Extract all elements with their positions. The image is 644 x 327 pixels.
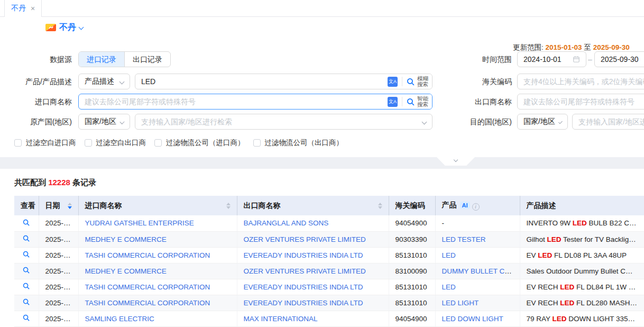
- sort-icon-importer[interactable]: [226, 203, 231, 209]
- checkbox-filter-logistics-importer[interactable]: 过滤物流公司（进口商）: [154, 138, 245, 148]
- origin-select-value: 国家/地区: [85, 117, 116, 126]
- date-to-value[interactable]: [601, 55, 644, 63]
- exporter-link[interactable]: OZER VENTURES PRIVATE LIMITED: [244, 267, 366, 275]
- view-cell: [14, 215, 39, 231]
- product-cell: LED: [435, 279, 520, 295]
- product-cell: LED TESTER: [435, 231, 520, 247]
- col-exporter[interactable]: 出口商名称: [237, 196, 389, 215]
- product-link[interactable]: LED LIGHT: [442, 299, 479, 307]
- product-type-select[interactable]: 产品描述: [78, 74, 130, 89]
- date-cell: 2025-09-29: [39, 263, 78, 279]
- table-row: 2025-09-29 TASHI COMMERCIAL CORPORATION …: [14, 247, 644, 263]
- importer-link[interactable]: YUDRAI GATSHEL ENTERPRISE: [85, 219, 194, 227]
- product-link[interactable]: LED: [442, 251, 456, 259]
- export-records-toggle[interactable]: 出口记录: [124, 52, 170, 67]
- date-from-value[interactable]: [523, 55, 573, 63]
- checkbox[interactable]: [253, 139, 261, 147]
- count-suffix: 条记录: [72, 178, 96, 187]
- panel-gap: [0, 157, 644, 169]
- view-record-icon[interactable]: [22, 234, 30, 242]
- view-record-icon[interactable]: [22, 314, 30, 322]
- ai-badge: AI: [460, 202, 470, 209]
- chevron-down-icon: [454, 158, 458, 162]
- importer-link[interactable]: TASHI COMMERCIAL CORPORATION: [85, 251, 210, 259]
- product-link[interactable]: LED: [442, 283, 456, 291]
- update-range-label: 更新范围:: [513, 43, 544, 51]
- importer-cell: TASHI COMMERCIAL CORPORATION: [78, 279, 237, 295]
- importer-link[interactable]: MEDHEY E COMMERCE: [85, 267, 167, 275]
- table-header-row: 查看 日期 进口商名称 出口商名称 海关编码 产品AIi 产品描述: [14, 196, 644, 215]
- importer-link[interactable]: MEDHEY E COMMERCE: [85, 235, 167, 243]
- exporter-input[interactable]: [523, 97, 644, 106]
- checkbox-label: 过滤物流公司（出口商）: [265, 138, 344, 148]
- checkbox[interactable]: [14, 139, 22, 147]
- desc-post: FL DL84 PL 1W 20UP: [574, 283, 644, 291]
- col-hs: 海关编码: [389, 196, 435, 215]
- col-importer[interactable]: 进口商名称: [78, 196, 237, 215]
- fuzzy-search-label: 模糊 搜索: [417, 76, 428, 87]
- importer-link[interactable]: TASHI COMMERCIAL CORPORATION: [85, 283, 210, 291]
- import-records-toggle[interactable]: 进口记录: [79, 52, 124, 67]
- sort-icon-exporter[interactable]: [378, 203, 382, 209]
- view-record-icon[interactable]: [22, 250, 30, 258]
- date-cell: 2025-09-29: [39, 311, 78, 326]
- importer-link[interactable]: SAMLING ELECTRIC: [85, 315, 154, 323]
- date-from-input[interactable]: [517, 51, 586, 67]
- col-date[interactable]: 日期: [39, 196, 78, 215]
- product-cell: -: [435, 215, 520, 231]
- checkbox-filter-blank-importer[interactable]: 过滤空白进口商: [14, 138, 76, 148]
- tab-bhutan[interactable]: 不丹 ×: [4, 0, 42, 17]
- desc-pre: Gilhot: [527, 235, 547, 243]
- info-icon[interactable]: i: [472, 203, 480, 211]
- product-cell: DUMMY BULLET CCTV...: [435, 263, 520, 279]
- checkbox[interactable]: [85, 139, 92, 147]
- sort-icon-date[interactable]: [68, 203, 72, 209]
- chevron-down-icon[interactable]: [79, 25, 84, 30]
- exporter-link[interactable]: EVEREADY INDUSTRIES INDIA LTD: [244, 299, 363, 307]
- exporter-input-wrap: [517, 94, 644, 110]
- translate-icon[interactable]: 文A: [388, 77, 398, 87]
- smart-search-button[interactable]: 智能 搜索: [402, 94, 432, 109]
- fuzzy-search-button[interactable]: 模糊 搜索: [402, 74, 432, 89]
- product-link[interactable]: DUMMY BULLET CCTV...: [442, 267, 520, 275]
- table-row: 2025-09-29 SAMLING ELECTRIC MAX INTERNAT…: [14, 311, 644, 326]
- view-record-icon[interactable]: [22, 219, 30, 226]
- bhutan-flag-icon: [45, 24, 56, 31]
- desc-highlight: LED: [560, 283, 574, 291]
- checkbox[interactable]: [154, 139, 162, 147]
- view-record-icon[interactable]: [22, 282, 30, 290]
- checkbox-filter-blank-exporter[interactable]: 过滤空白出口商: [85, 138, 146, 148]
- exporter-link[interactable]: MAX INTERNATIONAL: [244, 315, 318, 323]
- exporter-link[interactable]: OZER VENTURES PRIVATE LIMITED: [244, 235, 366, 243]
- close-icon[interactable]: ×: [31, 4, 35, 13]
- origin-country-input[interactable]: [141, 117, 422, 126]
- importer-cell: MEDHEY E COMMERCE: [78, 231, 237, 247]
- hs-code-input[interactable]: [523, 77, 644, 86]
- destination-select[interactable]: 国家/地区: [517, 114, 568, 130]
- origin-country-select[interactable]: 国家/地区: [78, 114, 130, 130]
- product-cell: LED: [435, 247, 520, 263]
- exporter-label: 出口商名称: [440, 94, 512, 110]
- importer-cell: TASHI COMMERCIAL CORPORATION: [78, 247, 237, 263]
- importer-link[interactable]: TASHI COMMERCIAL CORPORATION: [85, 299, 210, 307]
- page-title: 不丹: [59, 22, 76, 33]
- records-table: 查看 日期 进口商名称 出口商名称 海关编码 产品AIi 产品描述: [14, 196, 644, 327]
- results-count-line: 共匹配到 12228 条记录: [14, 178, 96, 188]
- product-link[interactable]: LED TESTER: [442, 235, 486, 243]
- date-cell: 2025-09-29: [39, 295, 78, 311]
- exporter-link[interactable]: EVEREADY INDUSTRIES INDIA LTD: [244, 251, 363, 259]
- view-record-icon[interactable]: [22, 266, 30, 274]
- view-record-icon[interactable]: [22, 298, 30, 306]
- translate-icon[interactable]: 文A: [388, 97, 398, 107]
- exporter-link[interactable]: EVEREADY INDUSTRIES INDIA LTD: [244, 283, 363, 291]
- product-link[interactable]: -: [442, 219, 445, 227]
- product-link[interactable]: LED DOWN LIGHT: [442, 315, 503, 323]
- checkbox-filter-logistics-exporter[interactable]: 过滤物流公司（出口商）: [253, 138, 344, 148]
- product-search-input[interactable]: [135, 77, 388, 86]
- description-cell: EV RECH LED FL DL84 PL 1W 20UP: [520, 279, 644, 295]
- date-to-input[interactable]: [594, 51, 644, 67]
- importer-search-input[interactable]: [79, 97, 388, 106]
- destination-input[interactable]: [578, 117, 644, 126]
- tab-title: 不丹: [11, 4, 26, 13]
- exporter-link[interactable]: BAJRANGLAL AND SONS: [244, 219, 329, 227]
